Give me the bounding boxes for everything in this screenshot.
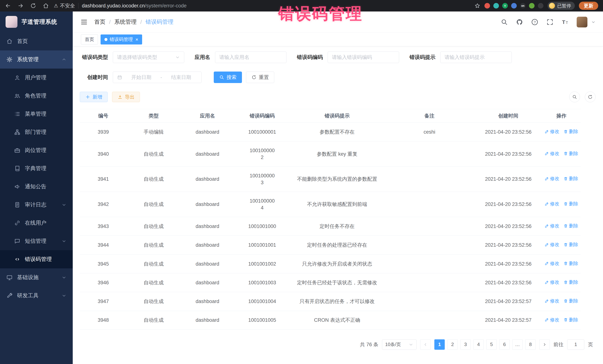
cell-remark xyxy=(384,236,475,254)
sidebar-item-在线用户[interactable]: 在线用户 xyxy=(0,214,73,232)
fullscreen-icon[interactable] xyxy=(546,18,554,26)
help-icon[interactable]: ? xyxy=(531,18,538,26)
page-button[interactable]: 2 xyxy=(447,339,458,350)
reload-button[interactable] xyxy=(30,3,36,9)
export-button[interactable]: 导出 xyxy=(112,92,140,102)
app-name-input[interactable] xyxy=(215,52,287,63)
date-range-picker[interactable]: 开始日期 - 结束日期 xyxy=(113,72,201,83)
edit-link[interactable]: 修改 xyxy=(545,151,559,157)
sidebar-item-系统管理[interactable]: 系统管理 xyxy=(0,50,73,69)
delete-link[interactable]: 删除 xyxy=(564,260,578,267)
edit-link[interactable]: 修改 xyxy=(545,279,559,286)
font-size-icon[interactable]: TT xyxy=(561,18,569,26)
sidebar-item-角色管理[interactable]: 角色管理 xyxy=(0,87,73,105)
cell-remark: ceshi xyxy=(384,123,475,141)
error-type-select[interactable]: 请选择错误码类型 xyxy=(113,52,184,63)
extension-icon[interactable] xyxy=(493,3,499,9)
edit-link[interactable]: 修改 xyxy=(545,317,559,323)
page-button[interactable]: 1 xyxy=(434,339,445,350)
breadcrumb-item[interactable]: 错误码管理 xyxy=(146,18,174,26)
add-button[interactable]: 新增 xyxy=(80,92,108,102)
page-size-select[interactable]: 10条/页 xyxy=(382,339,417,350)
user-icon xyxy=(14,75,20,81)
page-button[interactable]: 8 xyxy=(525,339,536,350)
error-hint-input[interactable] xyxy=(440,52,512,63)
delete-link[interactable]: 删除 xyxy=(564,279,578,286)
cell-remark xyxy=(384,192,475,217)
delete-link[interactable]: 删除 xyxy=(564,128,578,135)
sidebar-item-通知公告[interactable]: 通知公告 xyxy=(0,177,73,196)
sidebar-item-审计日志[interactable]: 审计日志 xyxy=(0,196,73,214)
sidebar-item-错误码管理[interactable]: 错误码管理 xyxy=(0,250,73,268)
edit-link[interactable]: 修改 xyxy=(545,223,559,229)
edit-link[interactable]: 修改 xyxy=(545,298,559,304)
breadcrumb-item[interactable]: 首页 xyxy=(94,18,105,26)
delete-link[interactable]: 删除 xyxy=(564,242,578,248)
edit-link[interactable]: 修改 xyxy=(545,176,559,182)
profile-badge[interactable]: 已暂停 xyxy=(547,2,575,10)
sidebar-item-基础设施[interactable]: 基础设施 xyxy=(0,268,73,287)
page-button[interactable]: 6 xyxy=(499,339,510,350)
extension-icon[interactable]: on xyxy=(520,3,526,9)
security-warning[interactable]: ⚠ 不安全 xyxy=(54,2,75,9)
extension-icon[interactable]: V xyxy=(502,3,508,9)
date-separator: - xyxy=(161,75,162,80)
reset-button[interactable]: 重置 xyxy=(246,72,274,83)
search-icon[interactable] xyxy=(500,18,508,26)
delete-link[interactable]: 删除 xyxy=(564,151,578,157)
extension-icon[interactable] xyxy=(538,3,544,9)
user-avatar[interactable] xyxy=(577,17,587,27)
sidebar-item-菜单管理[interactable]: 菜单管理 xyxy=(0,105,73,123)
bookmark-star-icon[interactable] xyxy=(475,3,480,9)
app-logo[interactable]: 芋道管理系统 xyxy=(0,11,73,32)
sidebar-item-首页[interactable]: 首页 xyxy=(0,32,73,50)
sidebar-item-用户管理[interactable]: 用户管理 xyxy=(0,69,73,87)
tab-错误码管理[interactable]: 错误码管理× xyxy=(101,34,142,44)
delete-link[interactable]: 删除 xyxy=(564,317,578,323)
page-more-button[interactable]: … xyxy=(512,339,523,350)
error-code-input[interactable] xyxy=(328,52,399,63)
address-bar[interactable]: ⚠ 不安全 dashboard.yudao.iocoder.cn/system/… xyxy=(54,2,470,9)
forward-button[interactable] xyxy=(17,3,24,9)
column-header: 类型 xyxy=(127,109,181,123)
refresh-table-button[interactable] xyxy=(585,92,596,102)
sidebar-item-label: 首页 xyxy=(17,38,66,45)
sidebar-item-短信管理[interactable]: 短信管理 xyxy=(0,232,73,250)
sidebar-item-label: 错误码管理 xyxy=(25,255,66,263)
goto-page-input[interactable] xyxy=(567,339,584,350)
sidebar-item-研发工具[interactable]: 研发工具 xyxy=(0,287,73,305)
home-button[interactable] xyxy=(43,3,49,9)
toggle-search-button[interactable] xyxy=(569,92,580,102)
filter-create-time: 创建时间 开始日期 - 结束日期 xyxy=(80,72,201,83)
page-button[interactable]: 4 xyxy=(473,339,484,350)
sidebar-toggle-button[interactable] xyxy=(80,18,88,26)
delete-link[interactable]: 删除 xyxy=(564,298,578,304)
delete-link[interactable]: 删除 xyxy=(564,223,578,229)
tab-首页[interactable]: 首页 xyxy=(81,34,98,44)
github-icon[interactable] xyxy=(516,18,523,26)
breadcrumb-item[interactable]: 系统管理 xyxy=(114,18,137,26)
back-button[interactable] xyxy=(5,3,11,9)
chevron-down-icon[interactable] xyxy=(591,20,596,24)
edit-link[interactable]: 修改 xyxy=(545,201,559,207)
page-button[interactable]: 5 xyxy=(486,339,497,350)
update-button[interactable]: 更新 xyxy=(579,2,598,10)
close-icon[interactable]: × xyxy=(135,37,138,42)
sidebar-item-部门管理[interactable]: 部门管理 xyxy=(0,123,73,141)
next-page-button[interactable] xyxy=(539,339,550,350)
edit-link[interactable]: 修改 xyxy=(545,242,559,248)
delete-link[interactable]: 删除 xyxy=(564,201,578,207)
extension-icon[interactable] xyxy=(529,3,534,9)
sidebar-item-字典管理[interactable]: 字典管理 xyxy=(0,159,73,177)
page-button[interactable]: 3 xyxy=(460,339,471,350)
url-text[interactable]: dashboard.yudao.iocoder.cn/system/error-… xyxy=(82,3,186,9)
sidebar-item-岗位管理[interactable]: 岗位管理 xyxy=(0,141,73,159)
edit-link[interactable]: 修改 xyxy=(545,260,559,267)
extension-icon[interactable] xyxy=(511,3,517,9)
pagination: 共 76 条 10条/页 123456…8 前往 页 xyxy=(80,339,593,350)
prev-page-button[interactable] xyxy=(420,339,431,350)
extension-icon[interactable] xyxy=(485,3,490,9)
edit-link[interactable]: 修改 xyxy=(545,128,559,135)
search-button[interactable]: 搜索 xyxy=(214,72,242,83)
delete-link[interactable]: 删除 xyxy=(564,176,578,182)
